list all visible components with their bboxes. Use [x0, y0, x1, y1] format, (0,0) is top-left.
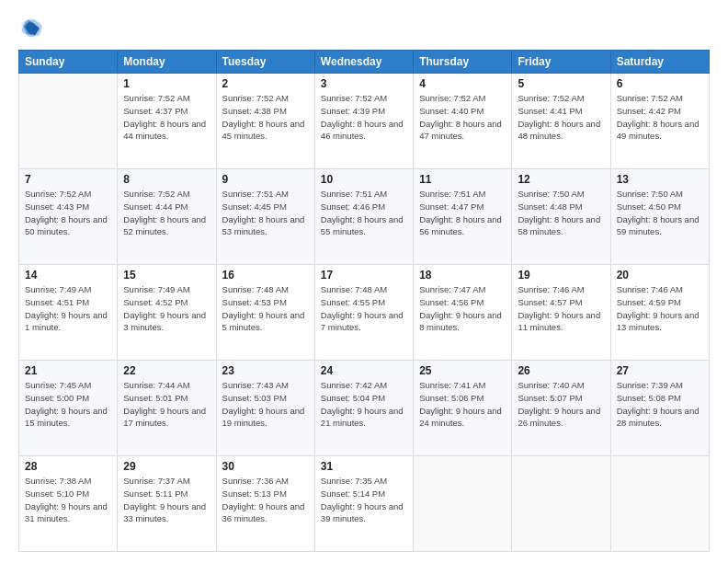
day-number: 14 — [25, 269, 111, 282]
day-info: Sunrise: 7:48 AMSunset: 4:53 PMDaylight:… — [222, 283, 309, 334]
calendar-day-cell: 27Sunrise: 7:39 AMSunset: 5:08 PMDayligh… — [610, 361, 709, 456]
day-info: Sunrise: 7:44 AMSunset: 5:01 PMDaylight:… — [123, 379, 210, 430]
calendar-day-cell: 10Sunrise: 7:51 AMSunset: 4:46 PMDayligh… — [314, 169, 413, 265]
calendar-day-cell: 15Sunrise: 7:49 AMSunset: 4:52 PMDayligh… — [118, 265, 216, 361]
calendar-header-cell: Friday — [512, 51, 610, 74]
day-number: 10 — [321, 173, 407, 186]
calendar-day-cell — [610, 456, 709, 552]
calendar-day-cell: 6Sunrise: 7:52 AMSunset: 4:42 PMDaylight… — [610, 74, 709, 169]
day-number: 13 — [617, 173, 703, 186]
calendar-day-cell: 1Sunrise: 7:52 AMSunset: 4:37 PMDaylight… — [118, 74, 216, 169]
calendar-day-cell — [19, 74, 118, 169]
calendar-day-cell: 25Sunrise: 7:41 AMSunset: 5:06 PMDayligh… — [414, 361, 512, 456]
day-number: 8 — [123, 173, 210, 186]
day-number: 22 — [123, 364, 210, 377]
day-info: Sunrise: 7:52 AMSunset: 4:40 PMDaylight:… — [419, 92, 506, 143]
day-info: Sunrise: 7:42 AMSunset: 5:04 PMDaylight:… — [321, 379, 407, 430]
day-number: 17 — [321, 269, 407, 282]
day-number: 25 — [419, 364, 506, 377]
calendar-header-cell: Thursday — [414, 51, 512, 74]
day-info: Sunrise: 7:46 AMSunset: 4:57 PMDaylight:… — [518, 283, 604, 334]
day-info: Sunrise: 7:45 AMSunset: 5:00 PMDaylight:… — [25, 379, 111, 430]
day-info: Sunrise: 7:39 AMSunset: 5:08 PMDaylight:… — [617, 379, 703, 430]
calendar-day-cell: 28Sunrise: 7:38 AMSunset: 5:10 PMDayligh… — [19, 456, 118, 552]
day-number: 11 — [419, 173, 506, 186]
calendar-body: 1Sunrise: 7:52 AMSunset: 4:37 PMDaylight… — [19, 74, 710, 552]
day-info: Sunrise: 7:52 AMSunset: 4:44 PMDaylight:… — [123, 188, 210, 238]
day-number: 23 — [222, 364, 309, 377]
calendar-day-cell: 11Sunrise: 7:51 AMSunset: 4:47 PMDayligh… — [414, 169, 512, 265]
day-info: Sunrise: 7:52 AMSunset: 4:41 PMDaylight:… — [518, 92, 604, 143]
calendar-day-cell: 24Sunrise: 7:42 AMSunset: 5:04 PMDayligh… — [314, 361, 413, 456]
calendar-day-cell: 29Sunrise: 7:37 AMSunset: 5:11 PMDayligh… — [118, 456, 216, 552]
calendar-week-row: 28Sunrise: 7:38 AMSunset: 5:10 PMDayligh… — [19, 456, 710, 552]
day-number: 16 — [222, 269, 309, 282]
day-info: Sunrise: 7:52 AMSunset: 4:39 PMDaylight:… — [321, 92, 407, 143]
logo — [18, 15, 48, 40]
day-number: 24 — [321, 364, 407, 377]
day-info: Sunrise: 7:52 AMSunset: 4:38 PMDaylight:… — [222, 92, 309, 143]
day-info: Sunrise: 7:38 AMSunset: 5:10 PMDaylight:… — [25, 475, 111, 525]
day-number: 27 — [617, 364, 703, 377]
calendar-header-cell: Sunday — [19, 51, 118, 74]
header — [18, 15, 710, 40]
calendar-header-cell: Saturday — [610, 51, 709, 74]
day-number: 20 — [617, 269, 703, 282]
logo-icon — [18, 15, 44, 40]
day-info: Sunrise: 7:49 AMSunset: 4:52 PMDaylight:… — [123, 283, 210, 334]
day-info: Sunrise: 7:40 AMSunset: 5:07 PMDaylight:… — [518, 379, 604, 430]
calendar-day-cell: 3Sunrise: 7:52 AMSunset: 4:39 PMDaylight… — [314, 74, 413, 169]
day-number: 2 — [222, 77, 309, 90]
day-info: Sunrise: 7:52 AMSunset: 4:42 PMDaylight:… — [617, 92, 703, 143]
calendar-day-cell: 9Sunrise: 7:51 AMSunset: 4:45 PMDaylight… — [216, 169, 314, 265]
day-number: 31 — [321, 460, 407, 473]
day-number: 5 — [518, 77, 604, 90]
page: SundayMondayTuesdayWednesdayThursdayFrid… — [0, 0, 728, 563]
calendar-day-cell: 2Sunrise: 7:52 AMSunset: 4:38 PMDaylight… — [216, 74, 314, 169]
calendar-header-cell: Monday — [118, 51, 216, 74]
calendar-day-cell: 31Sunrise: 7:35 AMSunset: 5:14 PMDayligh… — [314, 456, 413, 552]
calendar-day-cell: 7Sunrise: 7:52 AMSunset: 4:43 PMDaylight… — [19, 169, 118, 265]
calendar-day-cell: 21Sunrise: 7:45 AMSunset: 5:00 PMDayligh… — [19, 361, 118, 456]
day-number: 12 — [518, 173, 604, 186]
calendar-day-cell: 30Sunrise: 7:36 AMSunset: 5:13 PMDayligh… — [216, 456, 314, 552]
day-number: 19 — [518, 269, 604, 282]
calendar-week-row: 21Sunrise: 7:45 AMSunset: 5:00 PMDayligh… — [19, 361, 710, 456]
day-number: 1 — [123, 77, 210, 90]
calendar-day-cell: 20Sunrise: 7:46 AMSunset: 4:59 PMDayligh… — [610, 265, 709, 361]
day-info: Sunrise: 7:51 AMSunset: 4:45 PMDaylight:… — [222, 188, 309, 238]
calendar-day-cell: 23Sunrise: 7:43 AMSunset: 5:03 PMDayligh… — [216, 361, 314, 456]
day-info: Sunrise: 7:52 AMSunset: 4:43 PMDaylight:… — [25, 188, 111, 238]
calendar-day-cell: 13Sunrise: 7:50 AMSunset: 4:50 PMDayligh… — [610, 169, 709, 265]
day-info: Sunrise: 7:51 AMSunset: 4:46 PMDaylight:… — [321, 188, 407, 238]
day-number: 9 — [222, 173, 309, 186]
day-info: Sunrise: 7:36 AMSunset: 5:13 PMDaylight:… — [222, 475, 309, 525]
day-info: Sunrise: 7:46 AMSunset: 4:59 PMDaylight:… — [617, 283, 703, 334]
calendar-day-cell: 19Sunrise: 7:46 AMSunset: 4:57 PMDayligh… — [512, 265, 610, 361]
calendar-day-cell: 14Sunrise: 7:49 AMSunset: 4:51 PMDayligh… — [19, 265, 118, 361]
calendar-week-row: 14Sunrise: 7:49 AMSunset: 4:51 PMDayligh… — [19, 265, 710, 361]
day-info: Sunrise: 7:50 AMSunset: 4:48 PMDaylight:… — [518, 188, 604, 238]
day-info: Sunrise: 7:50 AMSunset: 4:50 PMDaylight:… — [617, 188, 703, 238]
calendar-day-cell: 18Sunrise: 7:47 AMSunset: 4:56 PMDayligh… — [414, 265, 512, 361]
day-number: 15 — [123, 269, 210, 282]
day-info: Sunrise: 7:41 AMSunset: 5:06 PMDaylight:… — [419, 379, 506, 430]
calendar-table: SundayMondayTuesdayWednesdayThursdayFrid… — [18, 50, 710, 552]
calendar-day-cell — [512, 456, 610, 552]
day-info: Sunrise: 7:51 AMSunset: 4:47 PMDaylight:… — [419, 188, 506, 238]
day-info: Sunrise: 7:43 AMSunset: 5:03 PMDaylight:… — [222, 379, 309, 430]
calendar-week-row: 7Sunrise: 7:52 AMSunset: 4:43 PMDaylight… — [19, 169, 710, 265]
calendar-week-row: 1Sunrise: 7:52 AMSunset: 4:37 PMDaylight… — [19, 74, 710, 169]
calendar-day-cell: 16Sunrise: 7:48 AMSunset: 4:53 PMDayligh… — [216, 265, 314, 361]
day-info: Sunrise: 7:35 AMSunset: 5:14 PMDaylight:… — [321, 475, 407, 525]
calendar-day-cell: 5Sunrise: 7:52 AMSunset: 4:41 PMDaylight… — [512, 74, 610, 169]
day-number: 6 — [617, 77, 703, 90]
day-info: Sunrise: 7:52 AMSunset: 4:37 PMDaylight:… — [123, 92, 210, 143]
day-info: Sunrise: 7:49 AMSunset: 4:51 PMDaylight:… — [25, 283, 111, 334]
calendar-day-cell — [414, 456, 512, 552]
day-number: 29 — [123, 460, 210, 473]
calendar-day-cell: 4Sunrise: 7:52 AMSunset: 4:40 PMDaylight… — [414, 74, 512, 169]
day-number: 26 — [518, 364, 604, 377]
day-number: 18 — [419, 269, 506, 282]
day-info: Sunrise: 7:47 AMSunset: 4:56 PMDaylight:… — [419, 283, 506, 334]
